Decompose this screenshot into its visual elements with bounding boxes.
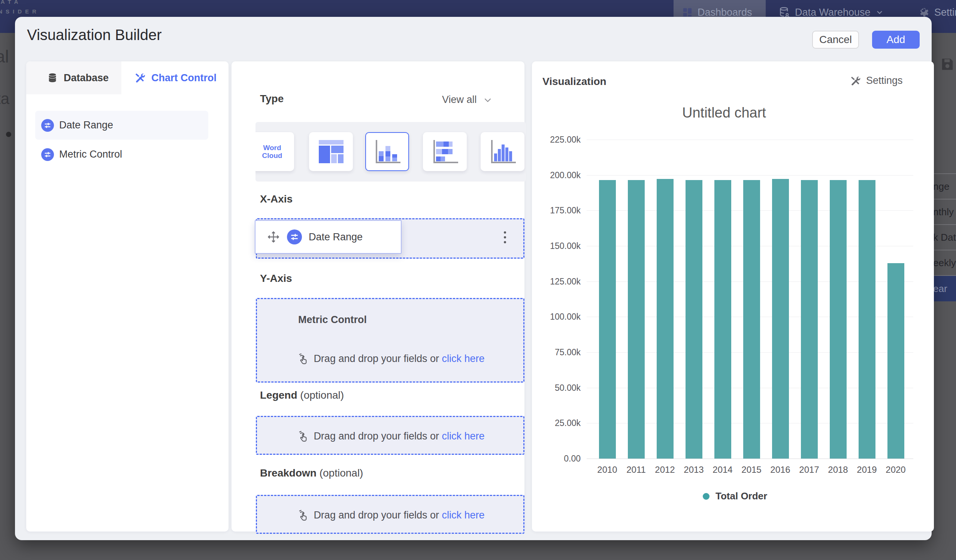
y-axis-tick-label: 125.00k	[532, 277, 581, 287]
y-axis-section-title: Y-Axis	[260, 273, 292, 284]
bar-2016[interactable]	[772, 179, 789, 458]
nav-dashboards-label: Dashboards	[698, 7, 752, 18]
y-axis-tick-label: 200.00k	[532, 170, 581, 180]
field-item-label: Date Range	[59, 119, 113, 131]
bar-2012[interactable]	[657, 179, 673, 458]
chart-type-strip: Word Cloud	[255, 122, 526, 182]
tab-chart-control[interactable]: Chart Control	[121, 61, 228, 94]
breakdown-dropzone[interactable]: Drag and drop your fields or click here	[256, 495, 524, 534]
background-text-fragment: ta	[0, 90, 9, 108]
tab-database-label: Database	[64, 72, 108, 84]
tools-icon	[134, 72, 145, 83]
field-item-label: Metric Control	[59, 149, 122, 160]
tab-chart-control-label: Chart Control	[151, 72, 217, 84]
stacked-column-thumbnail	[374, 139, 401, 164]
bar-2019[interactable]	[859, 180, 876, 458]
tab-database[interactable]: Database	[26, 61, 121, 94]
word-cloud-thumbnail: Word Cloud	[257, 144, 287, 160]
breakdown-section-title: Breakdown (optional)	[260, 467, 363, 479]
database-icon	[47, 73, 58, 83]
fields-panel: Database Chart Control Date Range	[26, 61, 228, 532]
visualization-panel: Visualization Settings Untitled chart 0.…	[532, 61, 934, 532]
bar-2017[interactable]	[801, 180, 818, 458]
y-axis-drop-hint: Drag and drop your fields or click here	[257, 352, 523, 365]
crossed-tools-icon	[850, 75, 861, 86]
chart-type-card-stacked-bar[interactable]	[423, 132, 467, 171]
breakdown-drop-hint: Drag and drop your fields or click here	[257, 509, 523, 521]
bar-2015[interactable]	[743, 180, 760, 458]
y-axis-tick-label: 50.00k	[532, 383, 581, 393]
field-item-metric-control[interactable]: Metric Control	[35, 140, 208, 169]
fields-panel-tabs: Database Chart Control	[26, 61, 228, 94]
bar-2010[interactable]	[599, 180, 616, 458]
x-axis-section-title: X-Axis	[260, 193, 292, 205]
gridline	[586, 175, 913, 176]
y-axis-tick-label: 150.00k	[532, 241, 581, 251]
x-axis-tick-label: 2020	[879, 464, 912, 475]
drop-hint-text: Drag and drop your fields or	[314, 353, 442, 364]
bar-2020[interactable]	[887, 263, 904, 458]
legend-drop-hint: Drag and drop your fields or click here	[257, 430, 523, 442]
y-axis-tick-label: 175.00k	[532, 205, 581, 216]
chart-settings-button[interactable]: Settings	[850, 75, 903, 86]
bar-2018[interactable]	[830, 180, 847, 458]
dragged-field-chip[interactable]: Date Range	[255, 220, 402, 254]
legend-section-title: Legend (optional)	[260, 389, 344, 401]
gridline	[586, 458, 913, 459]
background-dropdown-menu: ngenthlyk Dateeeklyear	[932, 173, 956, 301]
view-all-dropdown[interactable]: View all	[442, 94, 493, 105]
view-all-label: View all	[442, 94, 477, 105]
y-axis-tick-label: 75.00k	[532, 347, 581, 358]
nav-data-warehouse-label: Data Warehouse	[795, 7, 871, 18]
background-menu-item: k Date	[932, 225, 956, 251]
legend-marker	[703, 493, 709, 500]
sliders-icon	[287, 229, 302, 245]
y-axis-tick-label: 225.00k	[532, 135, 581, 145]
background-menu-item: ear	[932, 276, 956, 301]
kebab-menu-icon[interactable]	[504, 231, 506, 243]
background-menu-item: nthly	[932, 199, 956, 225]
add-button[interactable]: Add	[872, 31, 920, 49]
legend-series-label: Total Order	[715, 490, 767, 502]
background-bullet	[6, 132, 11, 137]
chart-type-card-column[interactable]	[481, 132, 524, 171]
click-here-link[interactable]: click here	[442, 353, 485, 364]
chart-type-card-treemap[interactable]	[309, 132, 353, 171]
field-item-date-range[interactable]: Date Range	[35, 111, 208, 140]
bar-2014[interactable]	[714, 180, 731, 458]
dragged-field-label: Date Range	[309, 231, 363, 243]
y-axis-tick-label: 0.00	[532, 454, 581, 464]
bar-2011[interactable]	[628, 180, 645, 458]
builder-panel: Type View all Word Cloud	[231, 61, 524, 532]
stacked-bar-thumbnail	[432, 139, 458, 164]
y-axis-dropzone[interactable]: Metric Control Drag and drop your fields…	[256, 298, 524, 383]
app-logo: DATA INSIDER	[0, 0, 40, 16]
save-icon	[940, 57, 954, 71]
modal-title: Visualization Builder	[27, 27, 162, 44]
y-axis-control-label: Metric Control	[298, 314, 367, 326]
nav-settings-label: Settings	[934, 7, 956, 18]
bar-2013[interactable]	[686, 180, 702, 458]
chart-title: Untitled chart	[649, 105, 799, 121]
screen: DATA INSIDER Dashboards Data Warehouse S…	[0, 0, 956, 560]
background-text-fragment: al	[0, 46, 9, 67]
y-axis-tick-label: 25.00k	[532, 418, 581, 428]
chart-type-card-word-cloud[interactable]: Word Cloud	[255, 132, 294, 171]
click-here-link[interactable]: click here	[442, 430, 485, 442]
click-here-link[interactable]: click here	[442, 510, 485, 521]
column-thumbnail	[490, 139, 516, 164]
tap-icon	[296, 509, 308, 521]
visualization-panel-title: Visualization	[542, 75, 607, 88]
chart-legend[interactable]: Total Order	[703, 490, 767, 502]
gridline	[586, 140, 913, 140]
sliders-icon	[41, 119, 54, 132]
move-icon	[267, 230, 280, 244]
type-section-title: Type	[260, 93, 284, 105]
cancel-button[interactable]: Cancel	[812, 31, 859, 49]
treemap-thumbnail	[319, 140, 344, 163]
dashboard-grid-icon	[682, 7, 693, 18]
chart-type-card-stacked-column[interactable]	[365, 132, 409, 171]
tap-icon	[296, 430, 308, 442]
y-axis-tick-label: 100.00k	[532, 312, 581, 322]
legend-dropzone[interactable]: Drag and drop your fields or click here	[256, 416, 524, 455]
